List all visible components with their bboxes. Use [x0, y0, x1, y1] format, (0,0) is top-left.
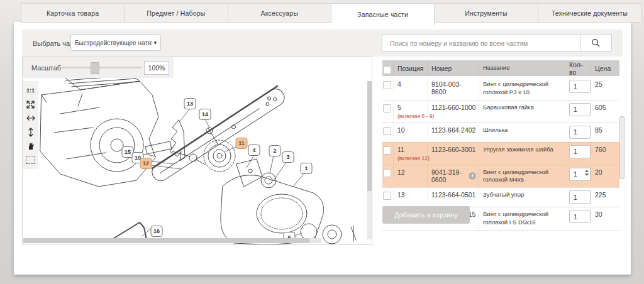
table-row: 49104-003-8600Винт с цилиндрической голо…	[382, 77, 619, 100]
part-label-11[interactable]: 11	[236, 138, 248, 149]
part-number-cell: 1123-660-3001	[427, 143, 479, 156]
spinner-up-icon[interactable]	[585, 170, 589, 172]
part-number: 1123-664-0501	[431, 191, 476, 199]
select-all-checkbox[interactable]	[383, 66, 391, 74]
part-select-dropdown[interactable]: Быстродействующее натяжно ▾	[70, 35, 161, 51]
part-number-cell: 1123-664-2402	[427, 123, 479, 137]
part-label-2[interactable]: 2	[269, 145, 281, 156]
tab-4[interactable]: Запасные части	[331, 3, 435, 26]
part-name-cell: Упругая зажимная шайба	[479, 143, 565, 157]
part-label-1[interactable]: 1	[301, 163, 313, 174]
price-cell: 85	[591, 123, 619, 137]
position-number: 12	[397, 168, 425, 176]
part-label-12[interactable]: 12	[140, 158, 152, 169]
search-input[interactable]	[382, 35, 580, 51]
position-number: 11	[397, 146, 425, 153]
zoom-slider-thumb[interactable]	[91, 62, 99, 74]
column-header-2: Номер	[427, 60, 479, 76]
part-number: 9104-003-8600	[431, 80, 476, 96]
row-checkbox[interactable]	[383, 81, 391, 89]
zoom-slider[interactable]	[60, 67, 142, 68]
part-number: 1123-660-3001	[431, 146, 476, 153]
part-number-cell: 1123-664-0501	[427, 188, 479, 202]
part-name-cell: Шпилька	[479, 123, 565, 138]
diagram-horizontal-scrollbar-thumb[interactable]	[23, 238, 309, 243]
zoom-value: 100%	[144, 61, 169, 75]
row-checkbox-cell	[382, 143, 393, 155]
table-row: 5(включая 6 - 9)1121-660-1000Барашковая …	[382, 100, 619, 123]
spinner-down-icon[interactable]	[585, 173, 589, 176]
part-label-13[interactable]: 13	[184, 98, 196, 109]
diagram-horizontal-scrollbar[interactable]	[23, 238, 321, 243]
part-number: 1123-664-2402	[431, 126, 476, 134]
parts-diagram-viewer: 1314151012114231166 Масштаб 100% 1:1	[22, 57, 372, 245]
tool-zoom-ratio-1-1-icon[interactable]: 1:1	[23, 84, 38, 97]
includes-note: (включая 12)	[397, 155, 425, 161]
table-row: 131123-664-0501Зубчатый упор225	[382, 187, 619, 207]
table-scrollbar-thumb[interactable]	[619, 116, 625, 179]
position-cell: 13	[393, 188, 427, 202]
tool-pan-hand-icon[interactable]	[23, 139, 38, 153]
row-checkbox-cell	[382, 123, 393, 135]
part-label-16[interactable]: 16	[151, 226, 163, 237]
tab-5[interactable]: Инструменты	[435, 3, 538, 23]
tab-2[interactable]: Предмет / Наборы	[125, 3, 228, 23]
magnifier-icon	[591, 38, 601, 48]
price-cell: 20	[591, 165, 619, 179]
row-checkbox[interactable]	[383, 146, 391, 155]
position-number: 10	[397, 126, 425, 134]
row-checkbox-cell	[382, 165, 393, 177]
position-cell: 10	[393, 123, 427, 137]
position-number: 5	[397, 104, 425, 111]
quantity-input[interactable]	[569, 126, 591, 139]
row-checkbox-cell	[382, 77, 393, 89]
row-checkbox[interactable]	[383, 104, 391, 112]
quantity-stepper	[569, 190, 591, 204]
table-row: 129041-319-0600iВинт с цилиндрической го…	[382, 165, 619, 188]
quantity-cell	[565, 123, 591, 142]
diagram-vertical-scrollbar[interactable]	[367, 81, 372, 239]
header-checkbox-cell	[382, 62, 393, 74]
row-checkbox-cell	[382, 188, 393, 200]
price-cell: 225	[591, 188, 619, 202]
quantity-stepper	[569, 80, 591, 93]
quantity-input[interactable]	[569, 210, 591, 223]
search-button[interactable]	[580, 35, 611, 51]
quantity-input[interactable]	[569, 80, 591, 93]
includes-note: (включая 6 - 9)	[397, 113, 425, 119]
tool-fit-width-icon[interactable]	[23, 111, 38, 125]
row-checkbox[interactable]	[383, 127, 391, 135]
quantity-cell	[565, 188, 591, 207]
parts-table: ПозицияНомерНазваниеКол-воЦена 49104-003…	[382, 60, 619, 231]
tab-6[interactable]: Технические документы	[538, 3, 641, 23]
add-to-cart-button[interactable]: Добавить в корзину	[382, 206, 470, 224]
quantity-input[interactable]	[569, 145, 591, 158]
row-checkbox[interactable]	[383, 192, 391, 200]
tool-fit-screen-icon[interactable]	[23, 97, 38, 111]
price-cell: 760	[591, 143, 619, 156]
position-number: 13	[397, 191, 425, 199]
part-name-cell: Барашковая гайка	[479, 101, 565, 115]
position-cell: 5(включая 6 - 9)	[393, 101, 427, 123]
tab-1[interactable]: Карточка товара	[21, 3, 125, 23]
parts-catalog-page: Карточка товараПредмет / НаборыАксессуар…	[0, 0, 644, 284]
quantity-input[interactable]	[569, 190, 591, 204]
diagram-vertical-scrollbar-thumb[interactable]	[367, 81, 372, 191]
tool-fit-height-icon[interactable]	[23, 125, 38, 139]
row-checkbox[interactable]	[383, 169, 391, 177]
position-cell: 4	[393, 77, 427, 91]
part-label-3[interactable]: 3	[282, 151, 294, 163]
content-panel: Выбрать часть Быстродействующее натяжно …	[14, 22, 631, 275]
info-icon[interactable]: i	[469, 172, 476, 180]
quantity-stepper	[569, 210, 591, 223]
tab-3[interactable]: Аксессуары	[228, 3, 331, 23]
price-cell: 30	[591, 207, 619, 221]
quantity-cell	[565, 143, 591, 161]
part-number-cell: 1121-660-1000	[427, 101, 479, 114]
part-label-14[interactable]: 14	[199, 109, 211, 120]
part-label-4[interactable]: 4	[248, 145, 260, 156]
quantity-input[interactable]	[569, 103, 591, 116]
tool-marquee-select-icon[interactable]	[23, 153, 38, 167]
table-row: 101123-664-2402Шпилька85	[382, 123, 619, 142]
chevron-down-icon: ▾	[153, 40, 157, 46]
